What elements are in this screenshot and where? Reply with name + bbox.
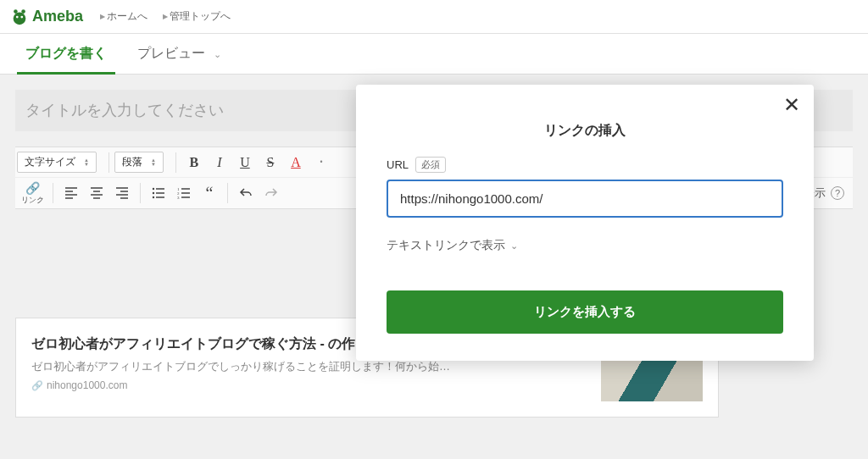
link-button-label: リンク	[21, 195, 44, 206]
svg-point-1	[16, 15, 19, 18]
align-center-button[interactable]	[84, 181, 109, 205]
toolbar-separator	[108, 152, 109, 173]
toolbar-separator	[53, 183, 53, 203]
font-size-label: 文字サイズ	[25, 155, 75, 169]
url-label-row: URL 必須	[387, 157, 783, 173]
redo-button[interactable]	[259, 181, 284, 205]
ameba-logo[interactable]: Ameba	[10, 8, 83, 26]
svg-point-3	[14, 9, 18, 14]
undo-button[interactable]	[233, 181, 259, 205]
tab-preview-label: プレビュー	[137, 46, 205, 60]
chevron-down-icon: ⌄	[510, 241, 518, 252]
blockquote-button[interactable]: “	[197, 181, 222, 205]
close-icon: ✕	[783, 93, 800, 116]
chevron-down-icon: ⌄	[214, 49, 221, 59]
font-size-select[interactable]: 文字サイズ ▲▼	[17, 152, 97, 173]
svg-point-0	[14, 12, 26, 25]
required-badge: 必須	[415, 157, 446, 173]
toolbar-separator	[140, 183, 141, 203]
unordered-list-button[interactable]	[146, 181, 171, 205]
top-header: Ameba ホームへ 管理トップへ	[0, 0, 868, 34]
editor-tabs: ブログを書く プレビュー ⌄	[0, 34, 868, 75]
card-domain: nihongo1000.com	[31, 379, 587, 391]
ordered-list-button[interactable]: 123	[171, 181, 197, 205]
svg-point-7	[153, 196, 154, 198]
insert-link-submit-button[interactable]: リンクを挿入する	[387, 290, 783, 334]
align-left-button[interactable]	[58, 181, 84, 205]
help-icon[interactable]: ?	[831, 186, 844, 200]
svg-point-6	[153, 192, 154, 194]
toolbar-separator	[175, 152, 176, 173]
ameba-logo-icon	[10, 8, 29, 26]
svg-point-2	[20, 15, 23, 18]
underline-button[interactable]: U	[232, 151, 258, 174]
logo-text: Ameba	[32, 8, 83, 25]
card-description: ゼロ初心者がアフィリエイトブログでしっかり稼げることを証明します！何から始…	[31, 359, 587, 374]
paragraph-select[interactable]: 段落 ▲▼	[114, 152, 164, 173]
link-icon: 🔗	[25, 181, 40, 195]
svg-text:3: 3	[177, 196, 180, 200]
text-color-button[interactable]: A	[283, 151, 309, 174]
tab-write-label: ブログを書く	[25, 46, 107, 60]
display-as-label: テキストリンクで表示	[387, 238, 505, 253]
svg-point-4	[21, 9, 25, 14]
insert-link-modal: ✕ リンクの挿入 URL 必須 テキストリンクで表示 ⌄ リンクを挿入する	[356, 85, 814, 361]
caret-icon: ▲▼	[84, 158, 89, 167]
admin-top-link[interactable]: 管理トップへ	[163, 9, 231, 24]
url-label: URL	[387, 158, 409, 171]
url-input[interactable]	[387, 180, 783, 218]
home-link[interactable]: ホームへ	[100, 9, 147, 24]
insert-link-button[interactable]: 🔗 リンク	[17, 181, 47, 206]
tab-write-blog[interactable]: ブログを書く	[10, 33, 122, 75]
svg-point-5	[153, 188, 154, 190]
strikethrough-button[interactable]: S	[258, 151, 283, 174]
close-button[interactable]: ✕	[783, 95, 800, 115]
caret-icon: ▲▼	[151, 158, 156, 167]
bold-button[interactable]: B	[181, 151, 207, 174]
italic-button[interactable]: I	[207, 151, 232, 174]
align-right-button[interactable]	[109, 181, 135, 205]
tab-preview[interactable]: プレビュー ⌄	[122, 33, 236, 75]
paragraph-label: 段落	[122, 155, 142, 169]
modal-title: リンクの挿入	[387, 122, 783, 140]
toolbar-separator	[227, 183, 228, 203]
display-as-dropdown[interactable]: テキストリンクで表示 ⌄	[387, 238, 783, 253]
more-button[interactable]: ·	[309, 151, 334, 174]
